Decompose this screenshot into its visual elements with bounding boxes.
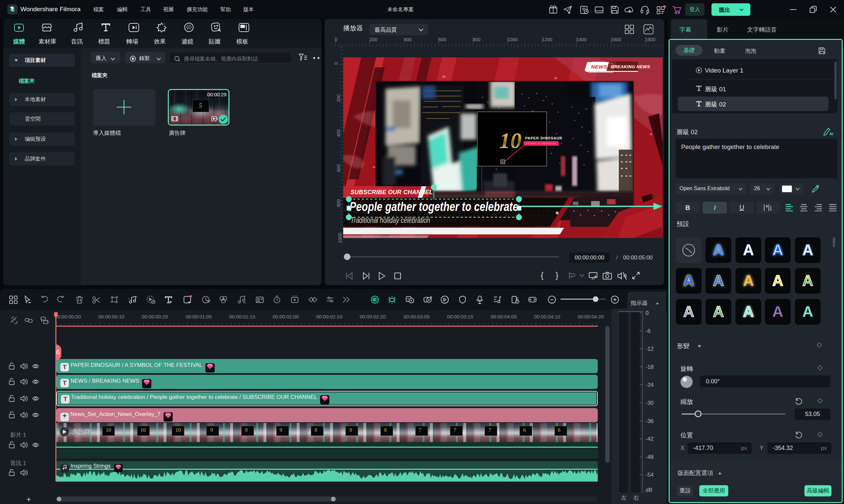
- svg-text:PAPER DINOSAUR: PAPER DINOSAUR: [525, 136, 562, 140]
- svg-text:A SYMBOL OF THE FESTIVAL: A SYMBOL OF THE FESTIVAL: [526, 142, 557, 144]
- svg-text:10: 10: [499, 128, 522, 153]
- svg-text:NEWS: NEWS: [591, 64, 607, 70]
- svg-text:People gather together to cele: People gather together to celebrate: [349, 200, 518, 214]
- svg-text:SUBSCRIBE OUR CHANNEL: SUBSCRIBE OUR CHANNEL: [351, 189, 433, 196]
- svg-text:AI: AI: [829, 132, 833, 136]
- svg-text:AI: AI: [243, 301, 246, 304]
- svg-text:BREAKING NEWS: BREAKING NEWS: [611, 64, 650, 69]
- svg-text:8: 8: [569, 11, 570, 15]
